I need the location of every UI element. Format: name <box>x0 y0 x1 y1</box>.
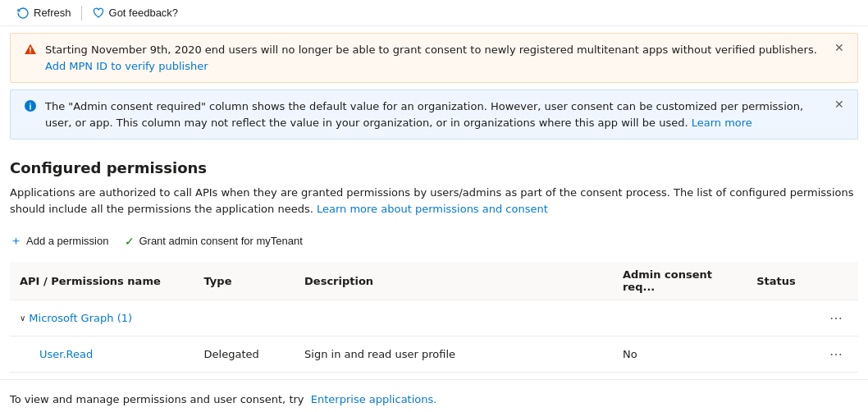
warning-icon <box>24 43 37 58</box>
warning-banner-text: Starting November 9th, 2020 end users wi… <box>45 42 826 74</box>
ms-graph-admin-cell <box>613 300 747 336</box>
ms-graph-ellipsis-button[interactable]: ⋯ <box>825 309 848 327</box>
section-description: Applications are authorized to call APIs… <box>10 185 858 217</box>
col-description: Description <box>295 262 613 300</box>
grant-consent-label: Grant admin consent for myTenant <box>139 235 302 247</box>
info-banner-link[interactable]: Learn more <box>692 117 752 129</box>
info-banner: The "Admin consent required" column show… <box>10 89 858 140</box>
grant-consent-button[interactable]: ✓ Grant admin consent for myTenant <box>125 231 302 251</box>
chevron-down-icon: ∨ <box>20 314 25 323</box>
info-banner-text: The "Admin consent required" column show… <box>45 98 826 130</box>
col-api-name: API / Permissions name <box>10 262 194 300</box>
svg-point-0 <box>30 52 31 53</box>
section-title: Configured permissions <box>10 159 858 176</box>
add-permission-label: Add a permission <box>26 235 108 247</box>
learn-more-link[interactable]: Learn more about permissions and consent <box>317 203 548 215</box>
toolbar-divider <box>81 6 82 21</box>
add-permission-button[interactable]: ＋ Add a permission <box>10 230 108 252</box>
action-bar: ＋ Add a permission ✓ Grant admin consent… <box>10 230 858 252</box>
feedback-button[interactable]: Got feedback? <box>85 3 185 23</box>
col-status: Status <box>747 262 814 300</box>
user-read-admin-cell: No <box>613 336 747 373</box>
user-read-name-cell: User.Read <box>10 336 194 373</box>
user-read-link[interactable]: User.Read <box>20 348 93 360</box>
warning-banner-link[interactable]: Add MPN ID to verify publisher <box>45 60 208 72</box>
ms-graph-name-cell: ∨ Microsoft Graph (1) <box>10 300 194 336</box>
ms-graph-status-cell <box>747 300 814 336</box>
col-admin-consent: Admin consent req... <box>613 262 747 300</box>
ms-graph-label: Microsoft Graph (1) <box>29 312 132 324</box>
info-icon <box>24 99 37 115</box>
toolbar: Refresh Got feedback? <box>0 0 868 26</box>
heart-icon <box>92 7 105 20</box>
svg-point-2 <box>30 103 31 104</box>
refresh-button[interactable]: Refresh <box>10 3 78 23</box>
enterprise-apps-link[interactable]: Enterprise applications. <box>311 393 437 405</box>
permissions-table: API / Permissions name Type Description … <box>10 262 858 373</box>
warning-banner-close[interactable]: ✕ <box>834 42 844 53</box>
ms-graph-actions-cell: ⋯ <box>814 300 858 336</box>
footer: To view and manage permissions and user … <box>0 379 868 412</box>
footer-text: To view and manage permissions and user … <box>10 393 304 405</box>
user-read-actions-cell: ⋯ <box>814 336 858 373</box>
col-actions <box>814 262 858 300</box>
user-read-status-cell <box>747 336 814 373</box>
user-read-ellipsis-button[interactable]: ⋯ <box>825 345 848 364</box>
main-content: Configured permissions Applications are … <box>0 146 868 373</box>
table-row: User.Read Delegated Sign in and read use… <box>10 336 858 373</box>
col-type: Type <box>194 262 295 300</box>
table-header-row: API / Permissions name Type Description … <box>10 262 858 300</box>
checkmark-icon: ✓ <box>125 235 135 248</box>
table-row: ∨ Microsoft Graph (1) ⋯ <box>10 300 858 336</box>
feedback-label: Got feedback? <box>109 7 179 19</box>
user-read-type-cell: Delegated <box>194 336 295 373</box>
ms-graph-type-cell <box>194 300 295 336</box>
ms-graph-group-header[interactable]: ∨ Microsoft Graph (1) <box>20 312 185 324</box>
ms-graph-desc-cell <box>295 300 613 336</box>
plus-icon: ＋ <box>10 233 22 249</box>
refresh-label: Refresh <box>34 7 71 19</box>
refresh-icon <box>16 7 30 20</box>
warning-banner: Starting November 9th, 2020 end users wi… <box>10 33 858 83</box>
user-read-desc-cell: Sign in and read user profile <box>295 336 613 373</box>
info-banner-close[interactable]: ✕ <box>834 98 844 110</box>
